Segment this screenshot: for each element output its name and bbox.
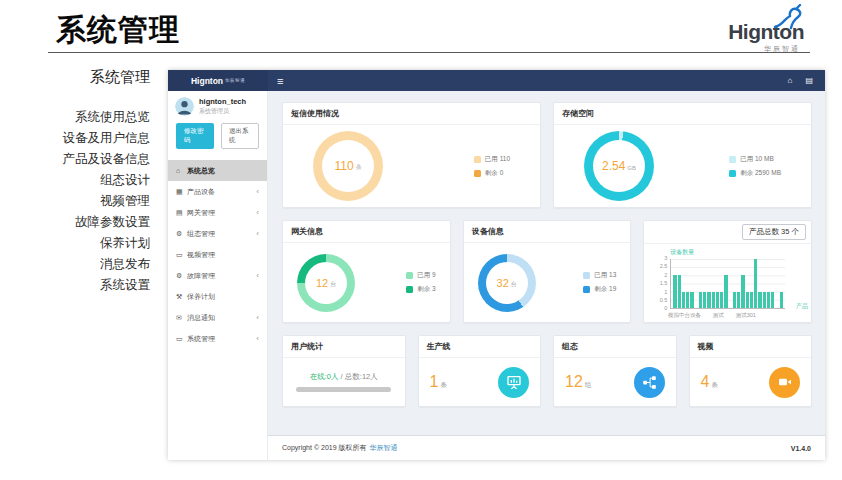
bar	[780, 292, 783, 308]
stat-value: 12	[565, 373, 583, 390]
sidebar-menu: ⌂系统总览▦产品设备‹▤网关管理‹⚙组态管理‹▭视频管理⚙故障管理‹⚒保养计划✉…	[168, 160, 267, 349]
cogs-icon: ⚙	[176, 272, 187, 280]
legend-item: 已用 9	[406, 271, 435, 280]
legend-item: 剩余 3	[406, 285, 435, 294]
outer-nav-item[interactable]: 系统设置	[0, 275, 150, 296]
sidebar-item-网关管理[interactable]: ▤网关管理‹	[168, 202, 267, 223]
sidebar-item-label: 保养计划	[187, 292, 215, 302]
outer-nav-item[interactable]: 消息发布	[0, 254, 150, 275]
sidebar-item-消息通知[interactable]: ✉消息通知‹	[168, 307, 267, 328]
chart-series-name: 设备数量	[670, 248, 694, 257]
production-line-icon	[498, 367, 529, 398]
sidebar-item-保养计划[interactable]: ⚒保养计划	[168, 286, 267, 307]
bar	[771, 292, 774, 308]
outer-nav-item[interactable]: 组态设计	[0, 170, 150, 191]
archive-icon: ▦	[176, 188, 187, 196]
device-info-card: 设备信息 32台 已用 13 剩余 19	[463, 220, 632, 323]
user-avatar[interactable]	[175, 97, 194, 116]
bar	[754, 259, 757, 308]
legend: 已用 13 剩余 19	[583, 271, 616, 294]
x-axis-name: 产品	[796, 302, 808, 311]
sidebar-item-视频管理[interactable]: ▭视频管理	[168, 244, 267, 265]
donut-unit: 台	[511, 280, 517, 289]
page: 系统管理 Hignton 华辰智通 系统管理 系统使用总览设备及用户信息产品及设…	[0, 0, 842, 480]
x-tick-label: 模拟中台设备	[668, 312, 701, 319]
storage-donut-chart: 2.54GB	[584, 131, 654, 201]
app-topbar: Hignton 华辰智通 ≡ ⌂ ▤	[168, 70, 825, 91]
cogs-icon: ⚙	[176, 230, 187, 238]
legend-swatch	[729, 156, 736, 163]
donut-unit: 台	[330, 280, 336, 289]
legend-swatch	[474, 156, 481, 163]
card-title: 生产线	[419, 336, 541, 358]
chevron-left-icon: ‹	[256, 334, 259, 343]
card-title: 组态	[554, 336, 676, 358]
donut-value: 110	[334, 159, 353, 173]
y-tick-label: 0.5	[647, 298, 667, 304]
change-password-button[interactable]: 修改密码	[176, 123, 214, 149]
outer-nav-item[interactable]: 产品及设备信息	[0, 149, 150, 170]
chevron-left-icon: ‹	[256, 208, 259, 217]
configuration-card: 组态 12组	[553, 335, 677, 407]
app-logo-text: Hignton	[191, 76, 223, 86]
legend: 已用 9 剩余 3	[406, 271, 435, 294]
x-tick-label: 测试301	[736, 312, 756, 319]
sidebar-item-组态管理[interactable]: ⚙组态管理‹	[168, 223, 267, 244]
document-icon[interactable]: ▤	[805, 76, 813, 85]
card-title: 视频	[690, 336, 812, 358]
donut-unit: 条	[356, 163, 362, 172]
home-icon: ⌂	[176, 167, 187, 174]
bar	[733, 292, 736, 308]
sms-donut-chart: 110条	[313, 131, 383, 201]
storage-card: 存储空间 2.54GB 已用 10 MB 剩余 2590 MB	[553, 102, 812, 208]
sidebar-item-label: 消息通知	[187, 313, 215, 323]
bar	[716, 292, 719, 308]
user-name: hignton_tech	[199, 97, 246, 106]
outer-nav-item[interactable]: 视频管理	[0, 191, 150, 212]
outer-nav-item[interactable]: 设备及用户信息	[0, 128, 150, 149]
outer-nav-item[interactable]: 保养计划	[0, 233, 150, 254]
app-logo[interactable]: Hignton 华辰智通	[168, 70, 268, 91]
legend-item: 已用 110	[474, 155, 510, 164]
home-icon[interactable]: ⌂	[788, 76, 793, 85]
donut-unit: GB	[627, 165, 636, 171]
sidebar-item-系统总览[interactable]: ⌂系统总览	[168, 160, 267, 181]
legend-swatch	[474, 170, 481, 177]
stat-unit: 条	[440, 381, 447, 388]
sidebar-item-label: 系统总览	[187, 166, 215, 176]
stat-value: 1	[430, 373, 439, 390]
bar	[767, 292, 770, 308]
donut-value: 32	[497, 277, 509, 289]
bar	[707, 292, 710, 308]
product-total-button[interactable]: 产品总数 35 个	[742, 224, 806, 240]
gateway-info-card: 网关信息 12台 已用 9 剩余 3	[282, 220, 451, 323]
sidebar-item-产品设备[interactable]: ▦产品设备‹	[168, 181, 267, 202]
bar	[703, 292, 706, 308]
outer-nav-heading: 系统管理	[0, 68, 150, 87]
antelope-logo-icon	[772, 4, 806, 34]
desktop-icon: ▭	[176, 335, 187, 343]
sidebar-item-故障管理[interactable]: ⚙故障管理‹	[168, 265, 267, 286]
desktop-icon: ▭	[176, 251, 187, 259]
copyright-text: Copyright © 2019 版权所有	[282, 443, 367, 453]
company-link[interactable]: 华辰智通	[370, 443, 398, 453]
online-progress-bar	[296, 387, 391, 392]
logout-button[interactable]: 退出系统	[221, 123, 259, 149]
total-count: 总数:12人	[345, 372, 378, 381]
product-bar-chart-card: 产品总数 35 个 设备数量 32.521.510.50 模拟中台设备 测试 测…	[643, 220, 812, 323]
outer-nav-item[interactable]: 故障参数设置	[0, 212, 150, 233]
sidebar-item-label: 产品设备	[187, 187, 215, 197]
sidebar-item-系统管理[interactable]: ▭系统管理‹	[168, 328, 267, 349]
legend-item: 剩余 0	[474, 169, 510, 178]
legend-swatch	[729, 170, 736, 177]
legend-item: 剩余 19	[583, 285, 616, 294]
bar	[699, 292, 702, 308]
y-tick-label: 2.5	[647, 264, 667, 270]
outer-nav-item[interactable]: 系统使用总览	[0, 107, 150, 128]
y-tick-label: 1.5	[647, 281, 667, 287]
hignton-brand-logo: Hignton 华辰智通	[708, 6, 804, 54]
sidebar-toggle-icon[interactable]: ≡	[268, 75, 292, 87]
bar	[737, 292, 740, 308]
bar	[720, 292, 723, 308]
gateway-donut-chart: 12台	[297, 254, 355, 312]
